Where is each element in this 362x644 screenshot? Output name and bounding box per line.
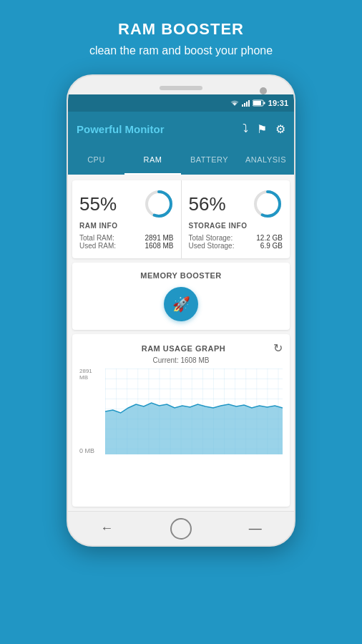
svg-rect-1 bbox=[263, 102, 265, 104]
graph-area: 2891MB 0 MB bbox=[79, 369, 283, 454]
share-icon[interactable]: ⤵ bbox=[243, 122, 248, 135]
graph-y-labels: 2891MB 0 MB bbox=[79, 369, 105, 454]
graph-title: RAM USAGE GRAPH bbox=[94, 344, 273, 353]
app-toolbar: Powerful Monitor ⤵ ⚑ ⚙ bbox=[68, 112, 294, 146]
home-button[interactable] bbox=[170, 518, 192, 540]
svg-rect-2 bbox=[253, 101, 261, 105]
status-time: 19:31 bbox=[268, 99, 288, 107]
tab-ram[interactable]: RAM bbox=[124, 146, 181, 175]
menu-button[interactable]: — bbox=[241, 514, 270, 543]
screen-content: 55% RAM INFO Total RAM: 2891 MB bbox=[68, 175, 294, 511]
rocket-icon: 🚀 bbox=[172, 296, 190, 313]
storage-used-key: Used Storage: bbox=[189, 242, 235, 250]
ram-total-val: 2891 MB bbox=[145, 234, 173, 242]
storage-circle bbox=[253, 189, 283, 219]
phone-nav-bar: ← — bbox=[68, 511, 294, 545]
toolbar-icons: ⤵ ⚑ ⚙ bbox=[243, 122, 285, 136]
info-cards-row: 55% RAM INFO Total RAM: 2891 MB bbox=[72, 180, 290, 258]
tab-bar: CPU RAM BATTERY ANALYSIS bbox=[68, 146, 294, 175]
phone-shell: 19:31 Powerful Monitor ⤵ ⚑ ⚙ CPU RAM BAT… bbox=[67, 74, 295, 547]
status-bar: 19:31 bbox=[68, 94, 294, 112]
tab-analysis[interactable]: ANALYSIS bbox=[238, 146, 294, 175]
memory-booster-title: MEMORY BOOSTER bbox=[140, 271, 221, 280]
ram-used-val: 1608 MB bbox=[145, 242, 173, 250]
graph-card: RAM USAGE GRAPH ↻ Current: 1608 MB 2891M… bbox=[72, 334, 290, 507]
ram-label: RAM INFO bbox=[79, 222, 117, 230]
ram-card: 55% RAM INFO Total RAM: 2891 MB bbox=[72, 180, 182, 258]
ram-total-key: Total RAM: bbox=[79, 234, 114, 242]
battery-icon bbox=[253, 99, 265, 107]
phone-camera bbox=[260, 87, 267, 94]
storage-total-val: 12.2 GB bbox=[256, 234, 283, 242]
memory-booster-card: MEMORY BOOSTER 🚀 bbox=[72, 263, 290, 330]
status-icons bbox=[230, 99, 265, 107]
page-title: RAM BOOSTER bbox=[118, 20, 244, 39]
ram-used-key: Used RAM: bbox=[79, 242, 116, 250]
storage-used-val: 6.9 GB bbox=[260, 242, 283, 250]
notification-icon[interactable]: ⚑ bbox=[257, 122, 267, 136]
phone-speaker bbox=[160, 86, 202, 90]
storage-label: STORAGE INFO bbox=[189, 222, 248, 230]
app-title: Powerful Monitor bbox=[77, 123, 243, 135]
settings-icon[interactable]: ⚙ bbox=[275, 122, 285, 136]
back-button[interactable]: ← bbox=[92, 514, 121, 543]
refresh-icon[interactable]: ↻ bbox=[273, 341, 283, 355]
storage-card: 56% STORAGE INFO Total Storage: 12.2 GB bbox=[182, 180, 290, 258]
storage-percent: 56% bbox=[189, 193, 226, 215]
tab-cpu[interactable]: CPU bbox=[68, 146, 124, 175]
ram-percent: 55% bbox=[79, 193, 117, 215]
storage-total-key: Total Storage: bbox=[189, 234, 233, 242]
graph-svg-container bbox=[105, 369, 283, 454]
signal-icon bbox=[242, 99, 250, 107]
boost-button[interactable]: 🚀 bbox=[164, 287, 198, 321]
phone-screen: 19:31 Powerful Monitor ⤵ ⚑ ⚙ CPU RAM BAT… bbox=[68, 94, 294, 511]
tab-battery[interactable]: BATTERY bbox=[181, 146, 238, 175]
page-subtitle: clean the ram and boost your phone bbox=[89, 44, 273, 57]
wifi-icon bbox=[230, 99, 240, 107]
graph-current: Current: 1608 MB bbox=[79, 356, 283, 364]
ram-circle bbox=[144, 189, 174, 219]
